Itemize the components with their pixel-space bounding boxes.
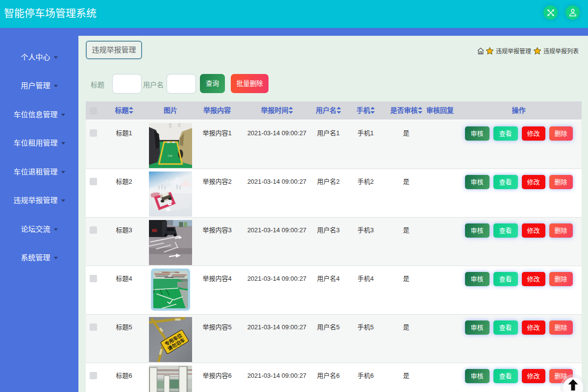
svg-text:C06: C06 [168, 155, 172, 158]
